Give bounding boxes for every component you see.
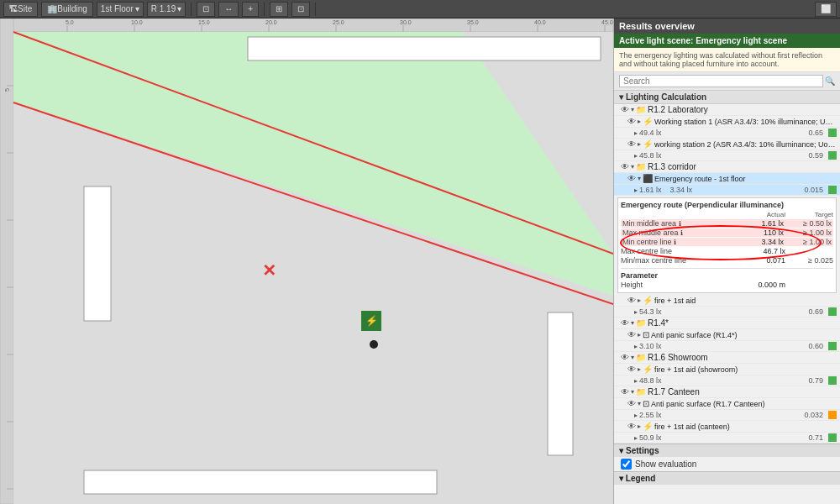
section-collapse-icon: ▾ <box>619 92 623 102</box>
toolbar-separator2 <box>264 3 265 16</box>
toolbar-separator <box>191 3 192 16</box>
collapse-icon[interactable]: ▾ <box>631 163 634 171</box>
anti-panic-r14-vals[interactable]: ▸ 3.10 lx 0.60 <box>614 341 840 352</box>
status-indicator-green <box>828 151 837 160</box>
anti-panic-canteen-vals[interactable]: ▸ 2.55 lx 0.032 <box>614 410 840 421</box>
visibility-icon[interactable]: 👁 <box>621 387 629 396</box>
search-input[interactable] <box>619 75 823 87</box>
status-indicator-green <box>828 342 837 350</box>
collapse-icon[interactable]: ▾ <box>631 319 634 327</box>
collapse-icon[interactable]: ▾ <box>638 400 641 407</box>
max-middle-area-row: Max middle area ℹ 110 lx ≥ 1.00 lx <box>621 228 833 237</box>
folder-icon: 📁 <box>636 105 646 114</box>
expand-icon: ▸ <box>634 129 638 137</box>
fire-canteen-vals[interactable]: ▸ 50.9 lx 0.71 <box>614 433 840 444</box>
toolbar-building-btn[interactable]: 🏢 Building <box>41 2 93 17</box>
legend-section[interactable]: ▾ Legend <box>614 471 840 485</box>
search-icon: 🔍 <box>825 76 835 86</box>
working-station-1-vals[interactable]: ▸ 49.4 lx 0.65 <box>614 128 840 139</box>
svg-rect-34 <box>548 312 573 455</box>
toolbar-room-dropdown[interactable]: R 1.19 ▾ <box>147 2 186 17</box>
collapse-icon[interactable]: ▸ <box>638 331 641 339</box>
lightning-icon: ⚡ <box>643 117 653 126</box>
svg-text:45.0: 45.0 <box>601 19 613 25</box>
fire-canteen[interactable]: 👁 ▸ ⚡ fire + 1st aid (canteen) <box>614 421 840 433</box>
detail-col-headers: Actual Target <box>621 211 833 218</box>
svg-text:30.0: 30.0 <box>400 19 412 25</box>
room-r14[interactable]: 👁 ▾ 📁 R1.4* <box>614 318 840 329</box>
fire-showroom-vals[interactable]: ▸ 48.8 lx 0.79 <box>614 375 840 386</box>
toolbar-measure-tool[interactable]: ↔ <box>218 2 239 17</box>
collapse-icon[interactable]: ▾ <box>631 106 634 113</box>
toolbar-floor-dropdown[interactable]: 1st Floor ▾ <box>97 2 144 17</box>
visibility-icon[interactable]: 👁 <box>627 365 636 374</box>
settings-section[interactable]: ▾ Settings <box>614 444 840 457</box>
surface-icon: ⊡ <box>643 330 649 339</box>
svg-rect-35 <box>84 470 437 494</box>
show-evaluation-row[interactable]: Show evaluation <box>614 457 840 471</box>
visibility-icon[interactable]: 👁 <box>627 117 636 126</box>
svg-rect-0 <box>0 18 613 32</box>
results-header: Results overview <box>614 18 840 34</box>
toolbar: 🏗 Site 🏢 Building 1st Floor ▾ R 1.19 ▾ ⊡… <box>0 0 840 18</box>
toolbar-window-btn[interactable]: ⬜ <box>815 2 837 17</box>
collapse-icon[interactable]: ▾ <box>631 388 634 396</box>
expand-icon: ▸ <box>634 308 638 316</box>
room-r17[interactable]: 👁 ▾ 📁 R1.7 Canteen <box>614 386 840 398</box>
collapse-icon[interactable]: ▸ <box>638 297 641 304</box>
anti-panic-r14[interactable]: 👁 ▸ ⊡ Anti panic surface (R1.4*) <box>614 329 840 341</box>
collapse-icon[interactable]: ▸ <box>638 118 641 125</box>
fire-showroom[interactable]: 👁 ▸ ⚡ fire + 1st aid (showroom) <box>614 364 840 375</box>
expand-icon: ▸ <box>634 434 638 442</box>
toolbar-add-tool[interactable]: + <box>242 2 259 17</box>
visibility-icon[interactable]: 👁 <box>627 422 636 431</box>
collapse-icon[interactable]: ▸ <box>638 365 641 373</box>
visibility-icon[interactable]: 👁 <box>627 174 636 183</box>
working-station-2[interactable]: 👁 ▸ ⚡ working station 2 (ASR A3.4/3: 10%… <box>614 139 840 150</box>
room-r16[interactable]: 👁 ▾ 📁 R1.6 Showroom <box>614 352 840 364</box>
room-r12[interactable]: 👁 ▾ 📁 R1.2 Laboratory <box>614 104 840 116</box>
visibility-icon[interactable]: 👁 <box>627 296 636 305</box>
show-evaluation-checkbox[interactable] <box>621 459 632 470</box>
working-station-2-vals[interactable]: ▸ 45.8 lx 0.59 <box>614 150 840 161</box>
visibility-icon[interactable]: 👁 <box>621 162 629 171</box>
emergency-route[interactable]: 👁 ▾ ⬛ Emergency route - 1st floor <box>614 173 840 185</box>
visibility-icon[interactable]: 👁 <box>627 330 636 339</box>
room-r13[interactable]: 👁 ▾ 📁 R1.3 corridor <box>614 161 840 173</box>
anti-panic-canteen[interactable]: 👁 ▾ ⊡ Anti panic surface (R1.7 Canteen) <box>614 398 840 410</box>
collapse-icon[interactable]: ▸ <box>638 140 641 148</box>
visibility-icon[interactable]: 👁 <box>621 318 629 328</box>
fire-1st-aid-r13[interactable]: 👁 ▸ ⚡ fire + 1st aid <box>614 295 840 307</box>
expand-icon: ▸ <box>634 412 638 419</box>
fire-icon: ⚡ <box>643 365 653 374</box>
toolbar-separator3 <box>315 3 316 16</box>
status-indicator-green <box>828 376 837 385</box>
visibility-icon[interactable]: 👁 <box>621 105 629 114</box>
chevron-down-icon: ▾ <box>135 4 139 13</box>
emergency-route-vals[interactable]: ▸ 1.61 lx 3.34 lx 0.015 <box>614 185 840 196</box>
results-content[interactable]: Active light scene: Emergency light scen… <box>614 34 840 504</box>
floor-plan[interactable]: 5.0 10.0 15.0 20.0 25.0 30.0 35.0 40.0 4… <box>0 18 613 504</box>
visibility-icon[interactable]: 👁 <box>621 353 629 362</box>
collapse-icon[interactable]: ▾ <box>631 354 634 361</box>
working-station-1[interactable]: 👁 ▸ ⚡ Working station 1 (ASR A3.4/3: 10%… <box>614 116 840 128</box>
settings-collapse-icon: ▾ <box>619 446 623 455</box>
visibility-icon[interactable]: 👁 <box>627 139 636 149</box>
toolbar-select-tool[interactable]: ⊡ <box>197 2 215 17</box>
folder-icon: 📁 <box>636 162 646 171</box>
chevron-down-icon2: ▾ <box>177 4 181 13</box>
collapse-icon[interactable]: ▸ <box>638 423 641 430</box>
toolbar-site-btn[interactable]: 🏗 Site <box>3 2 38 17</box>
toolbar-zoom-fit[interactable]: ⊞ <box>270 2 288 17</box>
folder-icon: 📁 <box>636 318 646 328</box>
fire-1st-aid-r13-vals[interactable]: ▸ 54.3 lx 0.69 <box>614 307 840 318</box>
active-scene-bar: Active light scene: Emergency light scen… <box>614 34 840 48</box>
toolbar-zoom-area[interactable]: ⊡ <box>291 2 310 17</box>
folder-icon: 📁 <box>636 387 646 396</box>
red-x-marker: ✕ <box>262 261 276 280</box>
search-bar: 🔍 <box>614 72 840 91</box>
visibility-icon[interactable]: 👁 <box>627 399 636 408</box>
lighting-calc-section[interactable]: ▾ Lighting Calculation <box>614 91 840 104</box>
collapse-icon[interactable]: ▾ <box>638 175 641 182</box>
svg-text:40.0: 40.0 <box>534 19 546 25</box>
